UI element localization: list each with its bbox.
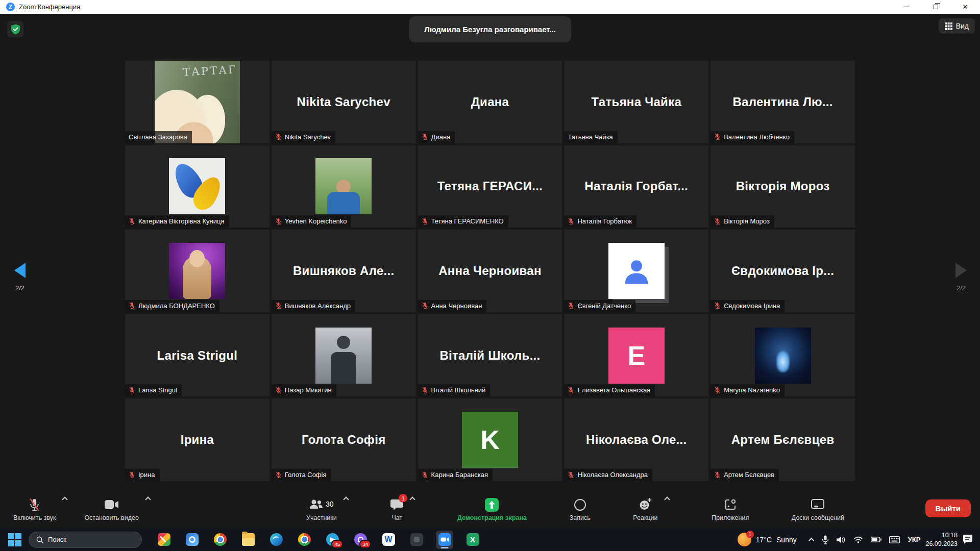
participant-tile[interactable]: Татьяна ЧайкаТатьяна Чайка <box>564 61 708 143</box>
taskbar-clock[interactable]: 10:18 26.09.2023 <box>925 531 958 548</box>
weather-widget[interactable]: 1 17°C Sunny <box>738 533 797 546</box>
windows-logo-icon <box>15 540 21 546</box>
participant-tile[interactable]: Вишняков Але...Вишняков Александр <box>272 230 416 312</box>
search-placeholder: Поиск <box>48 536 66 543</box>
participant-tile[interactable]: EЕлизавета Ольшанская <box>564 314 708 397</box>
participant-tile[interactable]: KКарина Баранская <box>418 398 562 481</box>
participant-tile[interactable]: Ніколаєва Оле...Ніколаєва Олександра <box>564 398 708 481</box>
taskbar-app-chrome-profile-2[interactable] <box>296 531 313 549</box>
participant-tile[interactable]: Maryna Nazarenko <box>710 314 855 397</box>
edge-icon <box>270 533 283 546</box>
taskbar-app-app-dark[interactable] <box>408 531 425 549</box>
participant-tile[interactable]: Larisa StrigulLarisa Strigul <box>125 314 270 397</box>
participant-tile[interactable]: ДианаДиана <box>418 61 562 143</box>
close-button[interactable]: ✕ <box>950 0 980 14</box>
dark-app-icon <box>410 533 423 546</box>
participant-tile[interactable]: Наталія Горбат...Наталія Горбатюк <box>564 145 708 228</box>
taskbar-app-word[interactable]: W <box>380 531 397 549</box>
chat-unread-badge: 1 <box>399 494 407 503</box>
muted-mic-icon <box>129 471 135 479</box>
participant-tile[interactable]: ІринаІрина <box>125 398 270 481</box>
participant-tile[interactable]: Катерина Вікторівна Куниця <box>125 145 270 228</box>
leave-meeting-button[interactable]: Выйти <box>925 499 971 517</box>
participant-tile[interactable]: ТАРТАГСвітлана Захарова <box>125 61 270 143</box>
whiteboards-button[interactable]: Доски сообщений <box>792 497 844 521</box>
close-icon: ✕ <box>963 3 968 11</box>
participant-tile[interactable]: Назар Микитин <box>272 314 416 397</box>
share-screen-button[interactable]: Демонстрация экрана <box>457 497 527 521</box>
app-badge: 34 <box>359 540 371 548</box>
participant-name-text: Катерина Вікторівна Куниця <box>138 217 225 225</box>
tray-volume-icon[interactable] <box>837 536 846 544</box>
participant-tile[interactable]: Євдокимова Ір...Євдокимова Ірина <box>710 230 855 312</box>
next-page-arrow[interactable] <box>955 263 967 278</box>
participant-name-text: Татьяна Чайка <box>568 133 612 141</box>
window-title: Zoom Конференция <box>19 3 80 11</box>
person-avatar-icon <box>621 255 652 287</box>
taskbar-app-snip[interactable] <box>155 531 173 549</box>
taskbar-app-telegram[interactable]: 45 <box>324 531 341 549</box>
restore-button[interactable] <box>921 0 950 14</box>
participant-tile[interactable]: Вікторія МорозВікторія Мороз <box>710 145 855 228</box>
notification-center-button[interactable] <box>963 534 973 546</box>
taskbar-app-photos[interactable] <box>183 531 201 549</box>
participant-avatar-image <box>315 158 372 214</box>
app-badge: 45 <box>331 540 343 548</box>
language-indicator[interactable]: УКР <box>908 536 921 543</box>
chat-button[interactable]: 1 Чат <box>390 497 403 521</box>
participant-name-label: Євгеній Датченко <box>564 300 635 312</box>
participants-count: 30 <box>326 500 334 508</box>
participant-tile[interactable]: Валентина Лю...Валентина Любченко <box>710 61 855 143</box>
stop-video-label: Остановить видео <box>84 514 139 521</box>
reactions-options-chevron[interactable] <box>664 496 670 502</box>
taskbar-app-edge[interactable] <box>267 531 285 549</box>
taskbar-app-viber[interactable]: 34 <box>352 531 369 549</box>
participant-tile[interactable]: Голота СофіяГолота Софія <box>272 398 416 481</box>
taskbar-app-file-explorer[interactable] <box>239 531 257 549</box>
participant-tile[interactable]: Nikita SarychevNikita Sarychev <box>272 61 416 143</box>
taskbar-app-zoom[interactable] <box>436 531 453 549</box>
taskbar-app-excel[interactable]: X <box>464 531 481 549</box>
participant-tile[interactable]: Віталій Школь...Віталій Школьний <box>418 314 562 397</box>
chat-options-chevron[interactable] <box>410 496 415 502</box>
participant-name-label: Nikita Sarychev <box>272 131 335 143</box>
participant-tile[interactable]: Yevhen Kopeichenko <box>272 145 416 228</box>
tray-touch-keyboard-icon[interactable] <box>889 536 900 543</box>
tray-network-icon[interactable] <box>853 536 863 543</box>
participant-tile[interactable]: Людмила БОНДАРЕНКО <box>125 230 270 312</box>
view-button[interactable]: Вид <box>939 18 975 34</box>
participant-tile[interactable]: Анна ЧерноиванАнна Черноиван <box>418 230 562 312</box>
tray-microphone-icon[interactable] <box>822 535 829 544</box>
muted-mic-icon <box>275 387 282 394</box>
participant-avatar-image <box>169 158 225 214</box>
participant-name-label: Світлана Захарова <box>125 131 192 143</box>
video-options-chevron[interactable] <box>145 496 151 502</box>
start-button[interactable] <box>7 532 22 547</box>
participants-button[interactable]: 30 Участники <box>306 497 337 521</box>
participant-avatar-image <box>315 328 372 384</box>
participant-name-label: Вікторія Мороз <box>710 215 774 228</box>
audio-options-chevron[interactable] <box>62 496 68 502</box>
taskbar-search[interactable]: Поиск <box>29 532 142 548</box>
reactions-button[interactable]: Реакции <box>633 497 657 521</box>
muted-mic-icon <box>714 471 721 479</box>
participant-tile[interactable]: Артем БєлєвцевАртем Бєлєвцев <box>710 398 855 481</box>
participant-name-text: Євгеній Датченко <box>577 302 631 310</box>
record-button[interactable]: Запись <box>570 497 591 521</box>
whiteboard-icon <box>811 499 824 510</box>
participant-tile[interactable]: Євгеній Датченко <box>564 230 708 312</box>
participant-name-label: Тетяна ГЕРАСИМЕНКО <box>418 215 508 228</box>
tray-battery-icon[interactable] <box>871 537 881 542</box>
minimize-button[interactable] <box>891 0 921 14</box>
muted-mic-icon <box>568 218 574 225</box>
apps-button[interactable]: Приложения <box>712 497 749 521</box>
hidden-icons-chevron[interactable] <box>810 538 814 542</box>
security-shield-button[interactable] <box>7 21 23 37</box>
participant-tile[interactable]: Тетяна ГЕРАСИ...Тетяна ГЕРАСИМЕНКО <box>418 145 562 228</box>
participants-options-chevron[interactable] <box>343 496 349 502</box>
unmute-button[interactable]: Включить звук <box>13 497 56 521</box>
participant-name-text: Артем Бєлєвцев <box>724 471 774 479</box>
taskbar-app-chrome[interactable] <box>211 531 229 549</box>
previous-page-arrow[interactable] <box>14 263 26 278</box>
stop-video-button[interactable]: Остановить видео <box>84 497 139 521</box>
